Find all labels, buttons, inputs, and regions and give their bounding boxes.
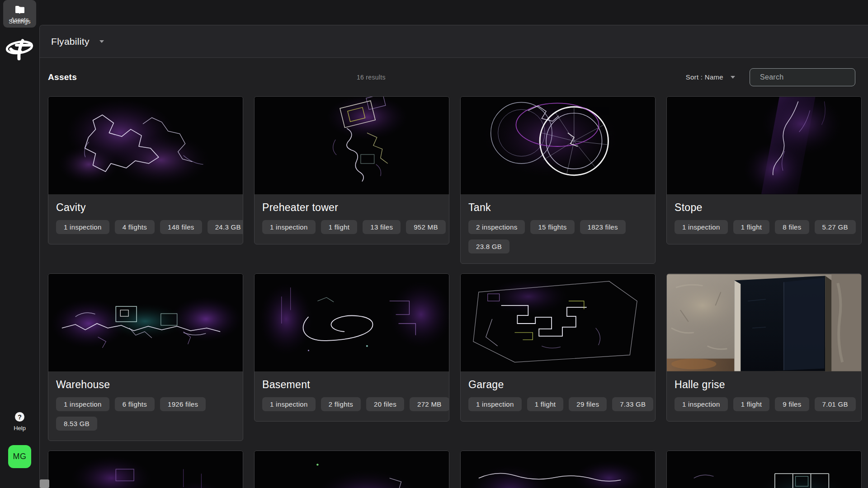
files-badge: 20 files	[366, 397, 404, 411]
asset-title: Warehouse	[56, 379, 235, 391]
asset-card-preheater-tower[interactable]: Preheater tower 1 inspection 1 flight 13…	[254, 96, 449, 244]
asset-card-partial[interactable]	[460, 450, 656, 488]
pointcloud-thumbnail	[48, 451, 243, 488]
inspections-badge: 1 inspection	[262, 220, 316, 234]
asset-title: Basement	[262, 379, 441, 391]
flights-badge: 1 flight	[321, 220, 358, 234]
inspections-badge: 1 inspection	[262, 397, 316, 411]
asset-card-basement[interactable]: Basement 1 inspection 2 flights 20 files…	[254, 273, 449, 422]
flyability-logo	[5, 38, 34, 61]
pointcloud-thumbnail	[48, 97, 243, 194]
main-panel: Flyability Assets 16 results Sort : Name	[39, 25, 868, 488]
inspections-badge: 1 inspection	[56, 220, 109, 234]
size-badge: 5.27 GB	[815, 220, 856, 234]
asset-card-partial[interactable]	[666, 450, 862, 488]
pointcloud-thumbnail	[255, 274, 449, 371]
pointcloud-thumbnail	[667, 451, 861, 488]
flights-badge: 1 flight	[527, 397, 564, 411]
flights-badge: 15 flights	[530, 220, 574, 234]
files-badge: 29 files	[569, 397, 607, 411]
pointcloud-thumbnail	[461, 274, 655, 371]
size-badge: 952 MB	[406, 220, 446, 234]
scrollbar-thumb[interactable]	[40, 479, 49, 488]
help-label: Help	[14, 425, 26, 432]
size-badge: 23.8 GB	[468, 239, 509, 253]
inspections-badge: 1 inspection	[675, 397, 728, 411]
asset-title: Tank	[468, 202, 647, 214]
flights-badge: 2 flights	[321, 397, 361, 411]
search-box[interactable]	[750, 68, 855, 86]
chevron-down-icon[interactable]	[99, 40, 104, 43]
page-title: Assets	[48, 72, 77, 82]
pointcloud-thumbnail	[461, 97, 655, 194]
gear-icon: ⚙	[15, 5, 24, 15]
asset-card-garage[interactable]: Garage 1 inspection 1 flight 29 files 7.…	[460, 273, 656, 422]
flights-badge: 1 flight	[733, 397, 770, 411]
sort-dropdown[interactable]: Sort : Name	[686, 73, 735, 81]
files-badge: 13 files	[363, 220, 401, 234]
asset-card-tank[interactable]: Tank 2 inspections 15 flights 1823 files…	[460, 96, 656, 264]
files-badge: 8 files	[775, 220, 809, 234]
assets-grid: Cavity 1 inspection 4 flights 148 files …	[40, 96, 868, 488]
asset-card-stope[interactable]: Stope 1 inspection 1 flight 8 files 5.27…	[666, 96, 862, 244]
files-badge: 1823 files	[580, 220, 626, 234]
asset-title: Halle grise	[675, 379, 854, 391]
inspections-badge: 1 inspection	[468, 397, 522, 411]
asset-title: Preheater tower	[262, 202, 441, 214]
results-count: 16 results	[357, 74, 386, 81]
size-badge: 7.33 GB	[612, 397, 653, 411]
asset-card-partial[interactable]	[48, 450, 243, 488]
photo-thumbnail	[667, 274, 861, 371]
pointcloud-thumbnail	[255, 97, 449, 194]
inspections-badge: 1 inspection	[675, 220, 728, 234]
size-badge: 24.3 GB	[208, 220, 243, 234]
pointcloud-thumbnail	[461, 451, 655, 488]
chevron-down-icon	[731, 76, 735, 79]
help-icon: ?	[15, 412, 24, 422]
size-badge: 272 MB	[410, 397, 449, 411]
inspections-badge: 2 inspections	[468, 220, 525, 234]
files-badge: 9 files	[775, 397, 809, 411]
pointcloud-thumbnail	[48, 274, 243, 371]
asset-title: Garage	[468, 379, 647, 391]
inspections-badge: 1 inspection	[56, 397, 109, 411]
sidebar: Assets ⚙ Settings ? Help MG	[0, 0, 39, 488]
files-badge: 148 files	[160, 220, 202, 234]
asset-card-cavity[interactable]: Cavity 1 inspection 4 flights 148 files …	[48, 96, 243, 244]
size-badge: 8.53 GB	[56, 417, 97, 431]
workspace-header: Flyability	[40, 25, 868, 58]
assets-toolbar: Assets 16 results Sort : Name	[40, 58, 868, 96]
asset-title: Cavity	[56, 202, 235, 214]
flights-badge: 6 flights	[115, 397, 155, 411]
asset-card-warehouse[interactable]: Warehouse 1 inspection 6 flights 1926 fi…	[48, 273, 243, 441]
asset-card-partial[interactable]	[254, 450, 449, 488]
search-input[interactable]	[760, 73, 854, 81]
files-badge: 1926 files	[160, 397, 206, 411]
flights-badge: 1 flight	[733, 220, 770, 234]
pointcloud-thumbnail	[255, 451, 449, 488]
asset-title: Stope	[675, 202, 854, 214]
pointcloud-thumbnail	[667, 97, 861, 194]
sidebar-item-label: Settings	[9, 18, 31, 25]
asset-card-halle-grise[interactable]: Halle grise 1 inspection 1 flight 9 file…	[666, 273, 862, 422]
size-badge: 7.01 GB	[815, 397, 856, 411]
workspace-name[interactable]: Flyability	[51, 36, 90, 47]
flights-badge: 4 flights	[115, 220, 155, 234]
sidebar-item-help[interactable]: ? Help	[0, 412, 39, 432]
sidebar-item-settings[interactable]: ⚙ Settings	[3, 0, 36, 29]
sort-label: Sort : Name	[686, 73, 723, 81]
user-avatar[interactable]: MG	[8, 445, 31, 468]
